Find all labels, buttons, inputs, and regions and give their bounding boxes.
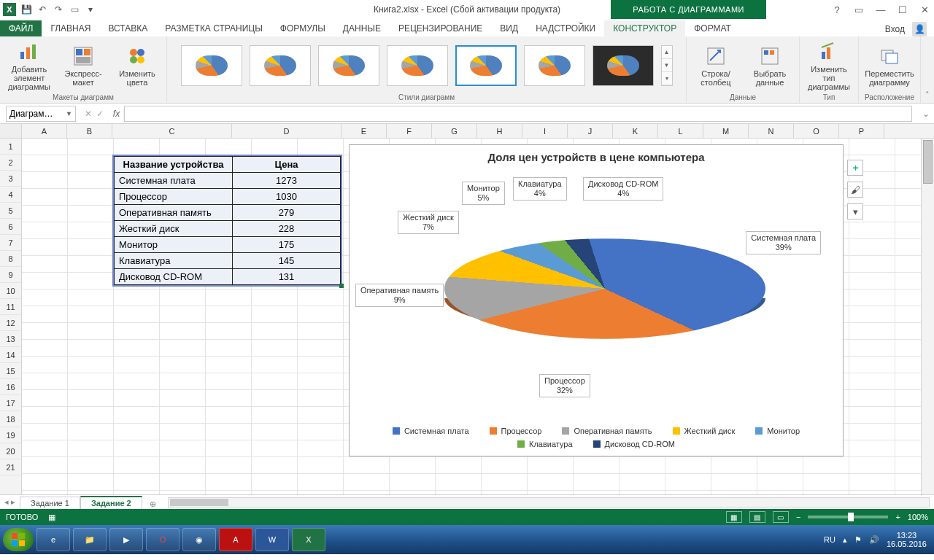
- lang-indicator[interactable]: RU: [824, 535, 835, 544]
- new-sheet-button[interactable]: ⊕: [142, 499, 163, 509]
- column-header[interactable]: G: [432, 124, 477, 138]
- tab-review[interactable]: РЕЦЕНЗИРОВАНИЕ: [390, 20, 491, 36]
- worksheet-grid[interactable]: 123456789101112131415161718192021 Назван…: [0, 139, 934, 494]
- row-header[interactable]: 18: [0, 411, 21, 427]
- help-icon[interactable]: ?: [830, 3, 844, 16]
- select-data-button[interactable]: Выбрать данные: [746, 44, 793, 87]
- tab-file[interactable]: ФАЙЛ: [0, 20, 42, 36]
- column-header[interactable]: P: [839, 124, 884, 138]
- tab-home[interactable]: ГЛАВНАЯ: [42, 20, 99, 36]
- column-header[interactable]: D: [232, 124, 341, 138]
- row-header[interactable]: 20: [0, 443, 21, 459]
- sheet-tab-2[interactable]: Задание 2: [80, 496, 142, 509]
- column-header[interactable]: A: [22, 124, 67, 138]
- column-header[interactable]: M: [703, 124, 749, 138]
- tab-chart-format[interactable]: ФОРМАТ: [685, 20, 740, 36]
- start-button[interactable]: [3, 528, 34, 551]
- column-header[interactable]: L: [658, 124, 703, 138]
- horizontal-scrollbar[interactable]: [168, 497, 930, 508]
- chart-legend[interactable]: Системная платаПроцессорОперативная памя…: [379, 427, 814, 448]
- maximize-icon[interactable]: ☐: [896, 3, 909, 16]
- chart-style-7[interactable]: [593, 45, 654, 86]
- chart-elements-button[interactable]: ＋: [847, 160, 863, 176]
- taskbar-opera[interactable]: O: [146, 528, 180, 551]
- row-header[interactable]: 3: [0, 171, 21, 187]
- taskbar-excel[interactable]: X: [292, 528, 325, 551]
- taskbar-pdf[interactable]: A: [219, 528, 252, 551]
- collapse-ribbon-icon[interactable]: ˄: [921, 36, 934, 103]
- row-header[interactable]: 7: [0, 235, 21, 251]
- column-header[interactable]: B: [67, 124, 112, 138]
- save-icon[interactable]: 💾: [20, 4, 32, 15]
- view-page-layout-button[interactable]: ▤: [749, 511, 765, 523]
- chart-style-4[interactable]: [387, 45, 448, 86]
- taskbar-explorer[interactable]: 📁: [73, 528, 107, 551]
- expand-formula-bar-icon[interactable]: ⌄: [918, 109, 934, 119]
- taskbar-word[interactable]: W: [255, 528, 289, 551]
- redo-icon[interactable]: ↷: [53, 4, 64, 15]
- user-icon[interactable]: 👤: [912, 22, 927, 36]
- tab-addins[interactable]: НАДСТРОЙКИ: [527, 20, 604, 36]
- column-header[interactable]: N: [749, 124, 794, 138]
- chevron-down-icon[interactable]: ▼: [66, 110, 72, 117]
- taskbar-chrome[interactable]: ◉: [182, 528, 216, 551]
- move-chart-button[interactable]: Переместить диаграмму: [866, 44, 913, 87]
- signin-link[interactable]: Вход: [885, 24, 905, 34]
- column-header[interactable]: J: [568, 124, 613, 138]
- taskbar-ie[interactable]: e: [36, 528, 70, 551]
- row-header[interactable]: 8: [0, 251, 21, 267]
- tab-chart-design[interactable]: КОНСТРУКТОР: [604, 20, 685, 36]
- pie-chart[interactable]: [444, 198, 765, 380]
- cells-area[interactable]: Название устройстваЦена Системная плата1…: [22, 139, 921, 494]
- fx-icon[interactable]: fx: [109, 109, 124, 119]
- tab-data[interactable]: ДАННЫЕ: [334, 20, 390, 36]
- qat-more-icon[interactable]: ▾: [85, 4, 96, 15]
- row-header[interactable]: 16: [0, 379, 21, 395]
- sheet-nav[interactable]: ◂ ▸: [0, 497, 20, 507]
- view-normal-button[interactable]: ▦: [726, 511, 742, 523]
- column-header[interactable]: C: [112, 124, 232, 138]
- tab-formulas[interactable]: ФОРМУЛЫ: [271, 20, 334, 36]
- ribbon-options-icon[interactable]: ▭: [852, 3, 865, 16]
- view-page-break-button[interactable]: ▭: [773, 511, 789, 523]
- chart-style-2[interactable]: [250, 45, 311, 86]
- tray-volume-icon[interactable]: 🔊: [869, 535, 879, 545]
- chart-style-1[interactable]: [181, 45, 242, 86]
- zoom-out-button[interactable]: −: [796, 513, 800, 521]
- name-box[interactable]: Диаграм…▼: [6, 106, 76, 122]
- data-table[interactable]: Название устройстваЦена Системная плата1…: [112, 155, 342, 287]
- change-colors-button[interactable]: Изменить цвета: [114, 44, 161, 87]
- tab-view[interactable]: ВИД: [491, 20, 527, 36]
- vertical-scrollbar[interactable]: [921, 139, 934, 494]
- select-all-corner[interactable]: [0, 124, 22, 138]
- cancel-formula-icon[interactable]: ✕: [85, 109, 92, 119]
- row-header[interactable]: 13: [0, 331, 21, 347]
- zoom-label[interactable]: 100%: [908, 513, 928, 521]
- new-doc-icon[interactable]: ▭: [69, 4, 80, 15]
- add-chart-element-button[interactable]: Добавить элемент диаграммы: [6, 40, 53, 91]
- quick-layout-button[interactable]: Экспресс-макет: [60, 44, 107, 87]
- accept-formula-icon[interactable]: ✓: [96, 109, 104, 119]
- row-header[interactable]: 14: [0, 347, 21, 363]
- row-header[interactable]: 9: [0, 267, 21, 283]
- undo-icon[interactable]: ↶: [36, 4, 48, 15]
- taskbar-media[interactable]: ▶: [109, 528, 143, 551]
- column-header[interactable]: K: [613, 124, 658, 138]
- close-icon[interactable]: ✕: [918, 3, 931, 16]
- row-header[interactable]: 21: [0, 459, 21, 475]
- row-header[interactable]: 2: [0, 155, 21, 171]
- column-header[interactable]: H: [477, 124, 522, 138]
- chart-style-3[interactable]: [318, 45, 379, 86]
- formula-input[interactable]: [124, 106, 912, 122]
- chart-title[interactable]: Доля цен устройств в цене компьютера: [350, 145, 843, 166]
- taskbar-clock[interactable]: 13:23 16.05.2016: [887, 531, 927, 548]
- styles-scroll[interactable]: ▲▼▾: [661, 45, 673, 86]
- tab-page-layout[interactable]: РАЗМЕТКА СТРАНИЦЫ: [156, 20, 271, 36]
- column-header[interactable]: F: [387, 124, 432, 138]
- row-header[interactable]: 5: [0, 203, 21, 219]
- chart-style-5-selected[interactable]: [455, 45, 517, 86]
- row-header[interactable]: 17: [0, 395, 21, 411]
- switch-row-column-button[interactable]: Строка/столбец: [692, 44, 739, 87]
- row-header[interactable]: 1: [0, 139, 21, 155]
- column-header[interactable]: E: [341, 124, 387, 138]
